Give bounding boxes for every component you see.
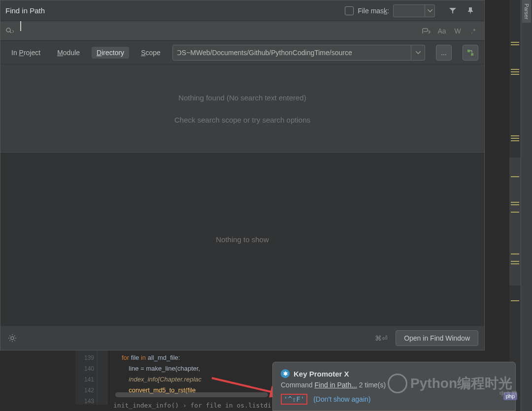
- shortcut-display: '^⇧F': [281, 394, 307, 405]
- open-in-find-window-button[interactable]: Open in Find Window: [396, 330, 478, 346]
- horizontal-scrollbar[interactable]: [115, 392, 268, 397]
- tab-project[interactable]: In Project: [6, 47, 45, 59]
- dialog-title: Find in Path: [5, 6, 45, 15]
- fold-gutter: [98, 350, 107, 405]
- tab-module[interactable]: Module: [52, 47, 85, 59]
- nothing-found-text: Nothing found (No search text entered): [178, 94, 306, 102]
- svg-line-1: [10, 32, 11, 33]
- search-input[interactable]: [17, 21, 418, 40]
- dont-show-again-link[interactable]: (Don't show again): [313, 395, 370, 403]
- file-mask-checkbox[interactable]: [345, 6, 354, 15]
- nothing-to-show-text: Nothing to show: [216, 235, 269, 244]
- svg-rect-2: [467, 50, 470, 52]
- browse-button[interactable]: ...: [436, 45, 452, 61]
- popup-app-icon: ✱: [281, 369, 290, 378]
- popup-title: Key Promoter X: [294, 370, 349, 378]
- path-history-dropdown[interactable]: [411, 45, 425, 61]
- pin-icon[interactable]: [464, 4, 477, 18]
- match-case-toggle[interactable]: Aa: [434, 24, 449, 38]
- directory-path-input[interactable]: ƆS~MWeb/Documents/Github/PythonCodingTim…: [172, 45, 411, 61]
- preview-panel: Nothing to show: [0, 153, 484, 325]
- results-list: Nothing found (No search text entered) C…: [0, 64, 484, 153]
- overview-ruler[interactable]: [509, 0, 521, 411]
- shortcut-hint: ⌘⏎: [375, 334, 388, 342]
- regex-toggle[interactable]: .*: [466, 24, 481, 38]
- file-mask-dropdown[interactable]: [425, 4, 435, 17]
- gear-icon[interactable]: [6, 332, 18, 344]
- filter-icon[interactable]: [446, 4, 460, 18]
- file-mask-label: File mask:: [358, 7, 389, 15]
- cn-text: 中文网: [499, 390, 517, 398]
- recursive-toggle[interactable]: [463, 45, 478, 61]
- svg-rect-3: [471, 53, 473, 56]
- command-link[interactable]: Find in Path...: [314, 381, 357, 389]
- preserve-case-icon[interactable]: [419, 24, 433, 38]
- file-mask-input[interactable]: [393, 4, 425, 17]
- search-icon[interactable]: [3, 24, 17, 38]
- line-gutter: 139 140 141 142 143: [75, 350, 98, 405]
- tab-directory[interactable]: Directory: [92, 47, 129, 59]
- parser-tab[interactable]: Parser: [522, 0, 531, 23]
- check-scope-text: Check search scope or try search options: [174, 116, 310, 124]
- svg-point-4: [11, 337, 14, 340]
- find-in-path-dialog: Find in Path File mask: Aa W .* In Proje…: [0, 0, 485, 350]
- svg-point-0: [6, 28, 10, 32]
- tab-scope[interactable]: Scope: [136, 47, 166, 59]
- key-promoter-popup: ✱ Key Promoter X Command Find in Path...…: [272, 362, 516, 411]
- words-toggle[interactable]: W: [450, 24, 465, 38]
